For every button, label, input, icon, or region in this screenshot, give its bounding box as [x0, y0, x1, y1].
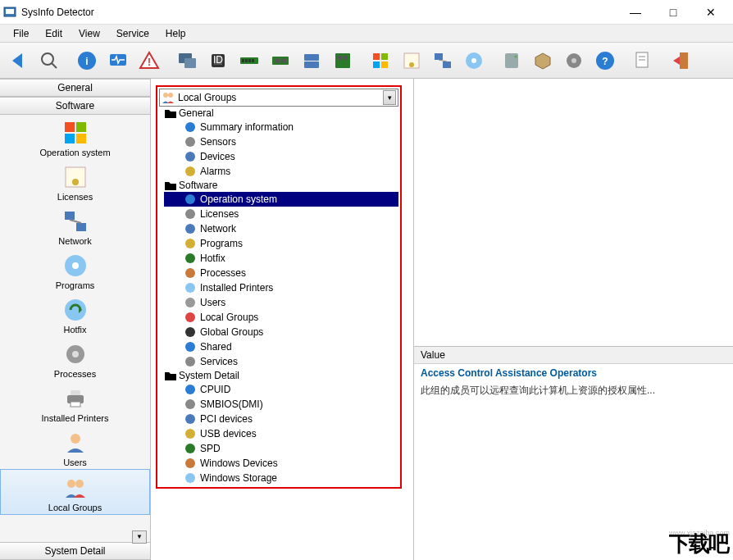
sidebar-item-hotfix[interactable]: Hotfix — [0, 292, 150, 336]
box-button[interactable] — [528, 46, 558, 75]
tree-node[interactable]: PCI devices — [164, 412, 398, 426]
tree-node[interactable]: Shared — [164, 339, 398, 354]
svg-point-31 — [409, 62, 414, 67]
windows-button[interactable] — [366, 46, 395, 75]
tree-group-general[interactable]: General — [164, 107, 398, 120]
gpu-button[interactable] — [266, 46, 295, 75]
tree-node[interactable]: Programs — [164, 236, 398, 251]
sidebar-category-general[interactable]: General — [0, 79, 150, 97]
storage-button[interactable] — [497, 46, 526, 75]
tree-node[interactable]: CPUID — [164, 382, 398, 397]
tree-node[interactable]: SPD — [164, 441, 398, 456]
menu-service[interactable]: Service — [108, 26, 157, 41]
sidebar-item-programs[interactable]: Programs — [0, 248, 150, 292]
window-title: SysInfo Detector — [21, 7, 94, 18]
svg-point-75 — [185, 224, 195, 234]
tree-node[interactable]: USB devices — [164, 426, 398, 441]
printer-icon — [62, 385, 89, 412]
chevron-down-icon[interactable]: ▾ — [383, 90, 396, 105]
svg-point-19 — [275, 58, 280, 63]
app-icon — [3, 6, 16, 19]
tree-node[interactable]: Licenses — [164, 207, 398, 221]
tree-node[interactable]: SMBIOS(DMI) — [164, 397, 398, 412]
menu-help[interactable]: Help — [157, 26, 194, 41]
tree-node[interactable]: Hotfix — [164, 251, 398, 266]
board-button[interactable] — [328, 46, 357, 75]
sidebar-item-licenses[interactable]: Licenses — [0, 159, 150, 203]
tree-node[interactable]: Windows Devices — [164, 456, 398, 471]
menu-view[interactable]: View — [71, 26, 108, 41]
close-button[interactable]: ✕ — [692, 0, 730, 25]
node-label: Hotfix — [200, 253, 225, 264]
tree-node[interactable]: Summary information — [164, 120, 398, 134]
devices-button[interactable] — [172, 46, 202, 75]
tree-node[interactable]: Devices — [164, 149, 398, 164]
network-button[interactable] — [428, 46, 458, 75]
tree-group-software[interactable]: Software — [164, 179, 398, 192]
ram-button[interactable] — [234, 46, 264, 75]
svg-point-74 — [185, 209, 195, 219]
node-label: CPUID — [200, 384, 230, 395]
sidebar-item-local-groups[interactable]: Local Groups — [0, 469, 150, 515]
svg-point-57 — [72, 262, 79, 269]
node-label: Operation system — [200, 193, 277, 205]
tree-node[interactable]: Processes — [164, 266, 398, 280]
tree-node[interactable]: Alarms — [164, 164, 398, 179]
svg-point-84 — [185, 357, 195, 367]
tree-node[interactable]: Installed Printers — [164, 280, 398, 295]
node-icon — [184, 135, 197, 148]
tree-node[interactable]: Global Groups — [164, 325, 398, 339]
svg-point-73 — [185, 194, 195, 204]
sidebar-item-processes[interactable]: Processes — [0, 336, 150, 380]
sidebar-item-operation-system[interactable]: Operation system — [0, 115, 150, 159]
help-button[interactable]: ? — [590, 46, 620, 75]
drives-button[interactable] — [297, 46, 326, 75]
programs-button[interactable] — [459, 46, 489, 75]
node-label: USB devices — [200, 428, 257, 439]
svg-text:ID: ID — [213, 54, 223, 66]
tree-node[interactable]: Network — [164, 221, 398, 236]
report-button[interactable] — [628, 46, 658, 75]
navigation-tree: General Summary informationSensorsDevice… — [159, 107, 398, 485]
folder-icon — [164, 107, 177, 119]
tree-node[interactable]: Users — [164, 295, 398, 310]
tree-node[interactable]: Local Groups — [164, 310, 398, 325]
svg-rect-1 — [6, 9, 14, 14]
svg-point-68 — [168, 93, 173, 98]
tree-group-system-detail[interactable]: System Detail — [164, 369, 398, 382]
alarms-button[interactable]: ! — [134, 46, 164, 75]
exit-button[interactable] — [666, 46, 695, 75]
sidebar-item-network[interactable]: Network — [0, 203, 150, 248]
svg-text:?: ? — [602, 56, 608, 67]
tree-node[interactable]: Operation system — [164, 192, 398, 207]
sidebar-scroll-down[interactable]: ▼ — [132, 530, 147, 544]
sensors-button[interactable] — [103, 46, 133, 75]
gear-icon — [62, 341, 89, 367]
license-button[interactable] — [397, 46, 426, 75]
menu-edit[interactable]: Edit — [37, 26, 71, 41]
back-button[interactable] — [3, 46, 33, 75]
cpuid-button[interactable]: ID — [203, 46, 233, 75]
node-label: Installed Printers — [200, 282, 273, 294]
info-button[interactable]: i — [72, 46, 102, 75]
menu-file[interactable]: File — [5, 26, 37, 41]
menubar: File Edit View Service Help — [0, 25, 733, 43]
search-button[interactable] — [34, 46, 64, 75]
detail-area: Value Access Control Assistance Operator… — [414, 347, 733, 560]
minimize-button[interactable]: — — [617, 0, 654, 25]
sidebar-category-system-detail[interactable]: System Detail — [0, 542, 150, 560]
maximize-button[interactable]: □ — [654, 0, 692, 25]
sidebar-category-software[interactable]: Software — [0, 97, 150, 115]
sidebar: General Software Operation system Licens… — [0, 79, 151, 560]
sidebar-item-users[interactable]: Users — [0, 425, 150, 469]
tree-node[interactable]: Windows Storage — [164, 471, 398, 485]
svg-rect-23 — [335, 53, 350, 68]
category-combobox[interactable]: Local Groups ▾ — [159, 89, 398, 107]
tree-node[interactable]: Sensors — [164, 134, 398, 149]
detail-description: 此组的成员可以远程查询此计算机上资源的授权属性... — [414, 382, 733, 399]
settings-button[interactable] — [559, 46, 589, 75]
tree-node[interactable]: Services — [164, 354, 398, 369]
svg-point-20 — [281, 58, 286, 63]
sidebar-item-installed-printers[interactable]: Installed Printers — [0, 380, 150, 425]
user-icon — [62, 430, 89, 456]
